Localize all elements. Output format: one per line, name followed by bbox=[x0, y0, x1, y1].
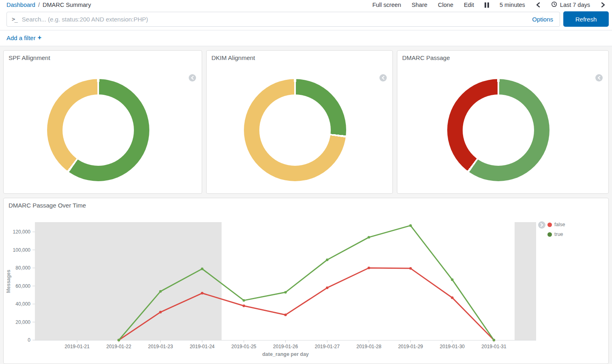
svg-text:2019-01-30: 2019-01-30 bbox=[440, 344, 465, 349]
legend-expand-button[interactable] bbox=[538, 221, 545, 229]
svg-text:0: 0 bbox=[28, 337, 30, 343]
chart-legend: false true bbox=[547, 222, 565, 241]
legend-collapse-button[interactable] bbox=[189, 74, 196, 81]
time-back-chevron-icon[interactable] bbox=[536, 2, 541, 8]
top-menu: Full screen Share Clone Edit 5 minutes L… bbox=[372, 1, 606, 9]
legend-label-false: false bbox=[554, 222, 565, 227]
dkim-donut-chart[interactable] bbox=[244, 79, 346, 181]
svg-text:2019-01-27: 2019-01-27 bbox=[315, 344, 340, 349]
panel-title-spf: SPF Allignment bbox=[4, 51, 202, 61]
svg-text:2019-01-26: 2019-01-26 bbox=[273, 344, 298, 349]
refresh-button[interactable]: Refresh bbox=[563, 11, 609, 27]
svg-text:2019-01-28: 2019-01-28 bbox=[356, 344, 381, 349]
legend-item-true[interactable]: true bbox=[547, 231, 565, 237]
dmarc-over-time-line-chart: 2019-01-212019-01-222019-01-232019-01-24… bbox=[4, 198, 609, 364]
legend-item-false[interactable]: false bbox=[547, 222, 565, 227]
search-input[interactable] bbox=[22, 16, 527, 23]
svg-text:20,000: 20,000 bbox=[15, 319, 30, 325]
breadcrumb-separator: / bbox=[38, 2, 40, 8]
legend-collapse-button[interactable] bbox=[595, 74, 603, 81]
donut-hole bbox=[259, 94, 331, 166]
legend-collapse-button[interactable] bbox=[379, 74, 387, 81]
donut-hole bbox=[463, 94, 534, 166]
plus-icon: + bbox=[38, 34, 41, 41]
panel-spf-allignment: SPF Allignment bbox=[3, 50, 202, 194]
legend-dot-true bbox=[547, 232, 552, 237]
svg-text:80,000: 80,000 bbox=[15, 265, 30, 271]
legend-label-true: true bbox=[554, 231, 563, 237]
svg-text:60,000: 60,000 bbox=[15, 283, 30, 289]
add-filter-label: Add a filter bbox=[6, 34, 36, 41]
refresh-interval-label[interactable]: 5 minutes bbox=[500, 2, 525, 8]
panel-dmarc-passage: DMARC Passage bbox=[397, 50, 609, 194]
panel-dkim-alignment: DKIM Alignment bbox=[206, 50, 393, 194]
spf-donut-chart[interactable] bbox=[47, 79, 149, 181]
clock-icon bbox=[551, 1, 557, 9]
svg-text:2019-01-22: 2019-01-22 bbox=[106, 344, 131, 349]
svg-text:2019-01-31: 2019-01-31 bbox=[481, 344, 506, 349]
options-link[interactable]: Options bbox=[527, 16, 553, 23]
breadcrumb: Dashboard / DMARC Summary bbox=[6, 2, 91, 8]
panel-title-dkim: DKIM Alignment bbox=[207, 51, 392, 61]
svg-text:2019-01-23: 2019-01-23 bbox=[148, 344, 173, 349]
panel-title-dmarc: DMARC Passage bbox=[397, 51, 608, 61]
terminal-prompt-icon: >_ bbox=[12, 16, 17, 22]
menu-item-edit[interactable]: Edit bbox=[464, 2, 474, 8]
svg-text:2019-01-24: 2019-01-24 bbox=[190, 344, 215, 349]
query-bar: >_ Options Refresh bbox=[0, 10, 612, 30]
panel-dmarc-over-time: DMARC Passage Over Time 2019-01-212019-0… bbox=[3, 198, 609, 364]
top-header: Dashboard / DMARC Summary Full screen Sh… bbox=[0, 0, 612, 10]
svg-text:2019-01-21: 2019-01-21 bbox=[65, 344, 90, 349]
legend-dot-false bbox=[547, 223, 552, 227]
svg-text:2019-01-25: 2019-01-25 bbox=[231, 344, 256, 349]
svg-text:120,000: 120,000 bbox=[13, 229, 31, 235]
dmarc-donut-chart[interactable] bbox=[447, 79, 550, 181]
filter-bar: Add a filter + bbox=[0, 30, 612, 46]
menu-item-clone[interactable]: Clone bbox=[438, 2, 453, 8]
svg-text:100,000: 100,000 bbox=[13, 247, 31, 253]
donut-hole bbox=[62, 94, 134, 166]
page-title: DMARC Summary bbox=[43, 2, 91, 8]
menu-item-full-screen[interactable]: Full screen bbox=[372, 2, 401, 8]
search-box[interactable]: >_ Options bbox=[6, 12, 560, 27]
svg-text:40,000: 40,000 bbox=[15, 301, 30, 307]
add-filter-link[interactable]: Add a filter + bbox=[6, 34, 41, 41]
svg-text:2019-01-29: 2019-01-29 bbox=[398, 344, 423, 349]
svg-text:date_range per day: date_range per day bbox=[262, 351, 309, 357]
svg-text:Messages: Messages bbox=[6, 270, 11, 293]
dashboard-grid: SPF Allignment DKIM Alignment DMARC Pass… bbox=[0, 46, 612, 364]
pause-icon[interactable] bbox=[485, 2, 489, 8]
breadcrumb-dashboard-link[interactable]: Dashboard bbox=[6, 2, 35, 8]
time-range-picker[interactable]: Last 7 days bbox=[551, 1, 590, 9]
time-range-label: Last 7 days bbox=[560, 2, 590, 8]
time-forward-chevron-icon[interactable] bbox=[601, 2, 606, 8]
menu-item-share[interactable]: Share bbox=[412, 2, 427, 8]
